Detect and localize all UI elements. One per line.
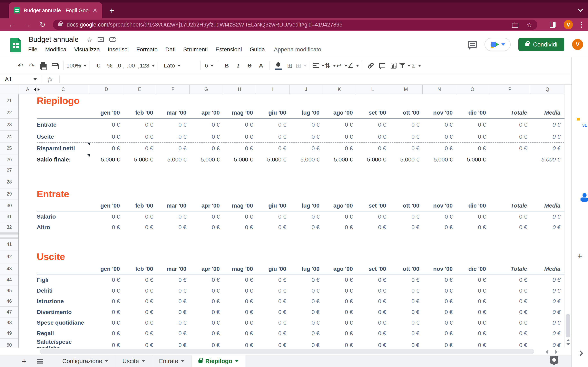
meet-button[interactable] — [484, 38, 511, 51]
cell[interactable]: Spese quotidiane — [37, 317, 90, 328]
cell[interactable]: 0 € — [90, 317, 123, 328]
cell[interactable]: 0 € — [90, 285, 123, 296]
share-button[interactable]: Condividi — [518, 38, 564, 51]
cell[interactable]: 0 € — [531, 143, 564, 154]
column-header-O[interactable]: O — [456, 85, 489, 94]
cell[interactable]: 5.000 € — [356, 154, 389, 165]
row-header[interactable]: 31 — [0, 211, 19, 222]
address-bar[interactable]: docs.google.com/spreadsheets/d/1s3vOu2wY… — [53, 20, 537, 30]
cell[interactable]: 0 € — [256, 211, 290, 222]
cell[interactable]: 0 € — [423, 119, 456, 131]
undo-button[interactable]: ↶ — [15, 60, 26, 71]
cell[interactable]: set '00 — [356, 107, 389, 119]
cell[interactable]: 0 € — [456, 222, 489, 233]
cell[interactable]: 0 € — [156, 131, 190, 143]
cell[interactable]: 0 € — [423, 131, 456, 143]
sheet-tab-caret-icon[interactable] — [181, 360, 184, 362]
row-header[interactable]: 48 — [0, 317, 19, 328]
cell[interactable]: apr '00 — [190, 200, 223, 211]
cell[interactable]: 5.000 € — [256, 154, 290, 165]
row-header[interactable]: 30 — [0, 200, 19, 211]
redo-button[interactable]: ↷ — [26, 60, 38, 71]
menu-inserisci[interactable]: Inserisci — [108, 46, 129, 53]
cell[interactable]: 0 € — [223, 222, 256, 233]
cell[interactable]: set '00 — [356, 263, 389, 275]
menu-estensioni[interactable]: Estensioni — [216, 46, 242, 53]
cell[interactable]: 0 € — [256, 339, 290, 348]
last-edit-status[interactable]: Appena modificato — [274, 46, 321, 53]
cell[interactable]: nov '00 — [423, 263, 456, 275]
cell[interactable]: Totale — [489, 200, 531, 211]
fill-color-button[interactable] — [273, 60, 284, 71]
cell[interactable]: 5.000 € — [531, 154, 564, 165]
cell[interactable]: 0 € — [123, 307, 156, 317]
scroll-left-icon[interactable] — [545, 350, 548, 354]
row-header[interactable]: 41 — [0, 239, 19, 250]
cell[interactable]: mag '00 — [223, 107, 256, 119]
cell[interactable]: 0 € — [290, 275, 323, 285]
cell[interactable]: Divertimento — [37, 307, 90, 317]
cell[interactable]: 0 € — [123, 211, 156, 222]
cell[interactable]: 0 € — [156, 275, 190, 285]
text-wrapping-button[interactable]: ↩ — [336, 60, 347, 71]
cell[interactable]: 0 € — [389, 131, 423, 143]
cell[interactable]: 0 € — [489, 222, 531, 233]
sheet-tab-riepilogo[interactable]: Riepilogo — [191, 355, 245, 367]
cell[interactable]: 0 € — [123, 131, 156, 143]
cell[interactable]: 0 € — [123, 317, 156, 328]
show-side-panel-icon[interactable] — [578, 351, 582, 355]
cell[interactable]: 0 € — [290, 317, 323, 328]
cell[interactable]: 0 € — [90, 131, 123, 143]
vertical-scrollbar[interactable] — [564, 85, 571, 348]
cell[interactable]: 0 € — [456, 119, 489, 131]
cell[interactable]: 0 € — [90, 339, 123, 348]
cell[interactable]: 0 € — [190, 222, 223, 233]
row-header[interactable]: 23 — [0, 119, 19, 131]
cell[interactable]: 0 € — [90, 143, 123, 154]
share-page-icon[interactable] — [512, 22, 517, 28]
cell[interactable]: 0 € — [256, 222, 290, 233]
cell[interactable]: 0 € — [423, 285, 456, 296]
explore-button[interactable] — [550, 356, 558, 364]
cell[interactable]: 0 € — [356, 222, 389, 233]
cell[interactable]: 0 € — [489, 317, 531, 328]
column-header-M[interactable]: M — [389, 85, 423, 94]
cell[interactable]: 0 € — [190, 339, 223, 348]
cell[interactable]: 0 € — [190, 328, 223, 339]
cell[interactable]: 5.000 € — [156, 154, 190, 165]
column-header-Q[interactable]: Q — [531, 85, 564, 94]
cell[interactable]: 0 € — [489, 143, 531, 154]
cell[interactable]: mar '00 — [156, 107, 190, 119]
browser-profile-avatar[interactable]: V — [564, 20, 573, 29]
cell[interactable]: 0 € — [156, 222, 190, 233]
vertical-scrollbar-thumb[interactable] — [566, 314, 570, 337]
cell[interactable] — [19, 275, 37, 285]
zoom-button[interactable]: 100% — [66, 60, 87, 71]
cell[interactable]: 0 € — [223, 307, 256, 317]
cell[interactable]: Salario — [37, 211, 90, 222]
cell[interactable] — [37, 200, 90, 211]
cell[interactable]: 0 € — [123, 275, 156, 285]
column-header-J[interactable]: J — [290, 85, 323, 94]
row-header[interactable]: 47 — [0, 307, 19, 317]
cell[interactable]: 0 € — [190, 307, 223, 317]
cell[interactable]: 0 € — [356, 211, 389, 222]
cell[interactable]: 0 € — [531, 339, 564, 348]
name-box[interactable]: A1 — [0, 76, 41, 83]
cell[interactable]: ott '00 — [389, 200, 423, 211]
column-header-L[interactable]: L — [356, 85, 389, 94]
cell[interactable]: 0 € — [456, 339, 489, 348]
cell[interactable]: Regali — [37, 328, 90, 339]
cell[interactable]: 0 € — [423, 317, 456, 328]
cell[interactable]: 0 € — [423, 307, 456, 317]
cell[interactable]: Debiti — [37, 285, 90, 296]
account-avatar[interactable]: V — [572, 39, 583, 50]
column-header-P[interactable]: P — [489, 85, 531, 94]
row-header[interactable]: 26 — [0, 154, 19, 165]
cell[interactable]: 0 € — [489, 211, 531, 222]
cell[interactable]: 0 € — [123, 222, 156, 233]
cell[interactable]: 0 € — [223, 328, 256, 339]
cell[interactable]: apr '00 — [190, 107, 223, 119]
column-header-E[interactable]: E — [123, 85, 156, 94]
cell[interactable]: 0 € — [531, 222, 564, 233]
